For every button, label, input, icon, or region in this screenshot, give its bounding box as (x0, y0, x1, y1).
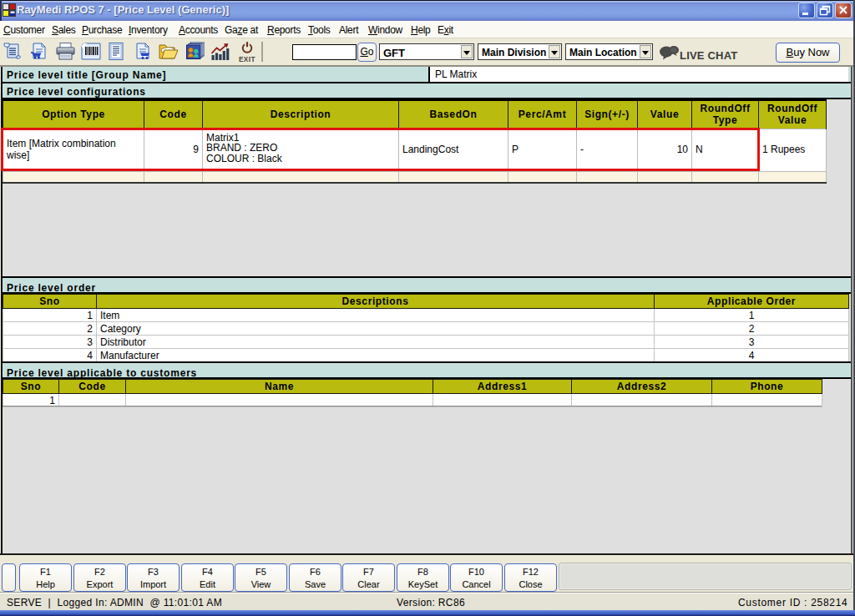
svg-text:EXIT: EXIT (239, 56, 255, 63)
